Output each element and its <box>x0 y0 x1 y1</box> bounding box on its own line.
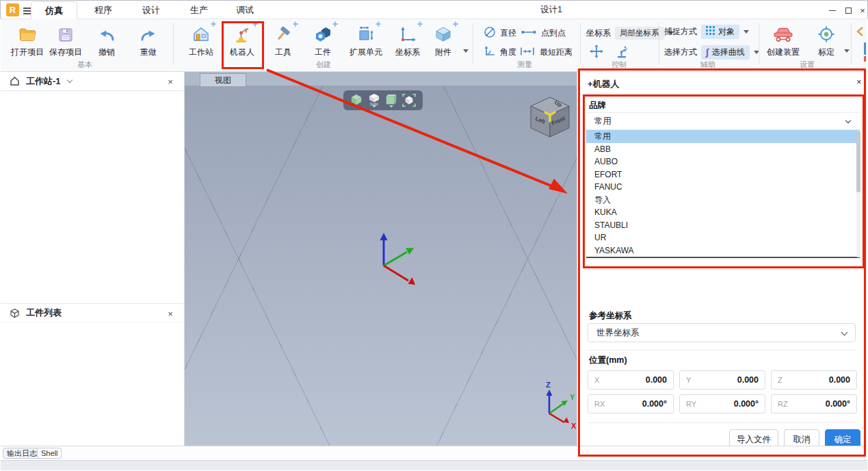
iso-view-button[interactable] <box>350 94 363 107</box>
workstation-tree-empty-area <box>1 91 184 303</box>
brand-list-scrollbar-thumb[interactable] <box>856 131 860 192</box>
create-extension-unit-button[interactable]: + 扩展单元 <box>345 22 387 59</box>
create-attachment-button[interactable]: + 附件 <box>426 22 460 59</box>
create-workpiece-button[interactable]: + 工件 <box>304 22 342 59</box>
viewport-3d[interactable]: 视图 Solid Up Left Front <box>185 72 577 446</box>
rotation-ry-input[interactable]: RY 0.000° <box>679 394 765 413</box>
ribbon-divider <box>659 23 659 64</box>
field-label: Y <box>686 376 691 384</box>
select-mode-select[interactable]: ∫ 选择曲线 <box>701 45 750 60</box>
snap-mode-dropdown-arrow[interactable] <box>744 30 749 34</box>
coord-system-select[interactable]: 局部坐标系 <box>615 27 664 40</box>
minimize-button[interactable] <box>826 3 839 17</box>
brand-list-item[interactable]: AUBO <box>586 155 860 168</box>
point-to-point-icon <box>521 28 537 38</box>
tab-design[interactable]: 设计 <box>129 1 173 19</box>
brand-select-value: 常用 <box>594 116 611 127</box>
workpiece-panel-close-button[interactable]: × <box>165 308 176 319</box>
coordinate-axes-icon: + <box>399 23 417 43</box>
ribbon-button-label: 工具 <box>275 47 291 58</box>
tab-label: 调试 <box>236 4 254 16</box>
edge-partial-icon <box>864 56 866 62</box>
viewport-tab-strip: 视图 <box>185 72 577 86</box>
create-device-button[interactable]: 创建装置 <box>763 22 804 59</box>
viewport-tab-view[interactable]: 视图 <box>200 73 246 86</box>
rotation-rz-input[interactable]: RZ 0.000° <box>771 394 857 413</box>
move-icon[interactable] <box>589 44 604 61</box>
ribbon-group-label-basic: 基本 <box>77 60 92 70</box>
caret-icon <box>354 105 358 107</box>
create-coordinate-button[interactable]: + 坐标系 <box>389 22 427 59</box>
create-tool-button[interactable]: + 工具 <box>264 22 302 59</box>
brand-select[interactable]: 常用 <box>586 113 860 130</box>
brand-list-item[interactable]: UR <box>586 231 860 244</box>
redo-button[interactable]: 重做 <box>129 22 168 59</box>
tab-program[interactable]: 程序 <box>81 1 125 19</box>
calibrate-dropdown-arrow[interactable] <box>844 49 850 53</box>
brand-list-item[interactable]: FANUC <box>586 181 860 194</box>
brand-list-item[interactable]: KUKA <box>586 206 860 219</box>
render-mode-button[interactable]: Solid <box>368 93 380 107</box>
save-project-button[interactable]: 保存项目 <box>46 22 86 59</box>
position-z-input[interactable]: Z 0.000 <box>771 370 857 390</box>
position-label: 位置(mm) <box>589 355 627 366</box>
tab-production[interactable]: 生产 <box>177 1 221 19</box>
ribbon-divider <box>580 23 581 64</box>
extension-unit-icon: + <box>357 23 375 43</box>
plus-badge-icon: + <box>252 18 258 29</box>
calibrate-button[interactable]: 标定 <box>811 22 841 59</box>
snap-mode-select[interactable]: 对象 <box>701 25 739 39</box>
rotation-rx-input[interactable]: RX 0.000° <box>588 394 674 413</box>
create-robot-button[interactable]: + 机器人 <box>223 22 261 59</box>
ribbon-button-label: 创建装置 <box>767 47 800 58</box>
field-value: 0.000 <box>646 375 667 385</box>
open-project-button[interactable]: 打开项目 <box>8 22 47 59</box>
fit-view-button[interactable] <box>402 94 416 107</box>
reference-coord-value: 世界坐标系 <box>596 327 640 339</box>
shaded-view-button[interactable] <box>385 94 397 107</box>
undo-button[interactable]: 撤销 <box>88 22 126 59</box>
position-x-input[interactable]: X 0.000 <box>588 370 674 390</box>
plus-badge-icon: + <box>211 18 216 29</box>
close-button[interactable]: × <box>856 3 868 17</box>
workstation-panel-close-button[interactable]: × <box>165 76 176 87</box>
attachment-dropdown-arrow[interactable] <box>463 49 469 53</box>
maximize-button[interactable] <box>841 3 855 17</box>
robot-jog-icon[interactable] <box>615 44 630 61</box>
shell-tab[interactable]: Shell <box>37 448 62 459</box>
divider <box>588 422 856 423</box>
snap-mode-value: 对象 <box>718 26 735 38</box>
brand-list-item[interactable]: 常用 <box>586 130 860 143</box>
position-y-input[interactable]: Y 0.000 <box>679 370 765 390</box>
reference-coord-label: 参考坐标系 <box>589 310 632 322</box>
world-origin-triad <box>366 231 428 286</box>
view-cube[interactable]: Up Left Front <box>527 94 573 140</box>
reference-coord-select[interactable]: 世界坐标系 <box>588 323 856 342</box>
brand-list-item[interactable]: ABB <box>586 143 860 156</box>
chevron-down-icon[interactable] <box>66 77 72 83</box>
axes-indicator: Z Y X <box>536 381 578 430</box>
measure-point-to-point-button[interactable]: 点到点 <box>521 26 566 40</box>
measure-diameter-button[interactable]: 直径 <box>484 26 516 40</box>
brand-list-item[interactable]: EFORT <box>586 168 860 181</box>
robot-create-panel: +机器人 × 品牌 常用 常用 ABB AUBO EFORT FANUC 导入 … <box>577 72 868 460</box>
create-workstation-button[interactable]: + 工作站 <box>182 22 220 59</box>
workstation-tree-panel: 工作站-1 × 工件列表 × <box>1 72 185 446</box>
ribbon-button-label: 保存项目 <box>49 47 82 58</box>
app-logo[interactable]: R <box>6 3 19 16</box>
brand-list-item[interactable]: STAUBLI <box>586 219 860 232</box>
brand-list-item[interactable]: YASKAWA <box>586 244 860 257</box>
collapse-chevron-icon[interactable] <box>856 26 864 37</box>
shortest-distance-icon <box>519 47 536 58</box>
axis-x-label: X <box>571 422 577 430</box>
tab-debug[interactable]: 调试 <box>223 1 267 19</box>
select-mode-value: 选择曲线 <box>712 47 745 58</box>
output-log-tab[interactable]: 输出日志 <box>3 448 41 459</box>
measure-shortest-distance-button[interactable]: 最短距离 <box>519 45 573 59</box>
measure-angle-button[interactable]: 角度 <box>484 45 516 59</box>
caret-icon <box>372 105 376 107</box>
brand-list-item[interactable]: 导入 <box>586 194 860 207</box>
panel-close-button[interactable]: × <box>856 77 862 87</box>
tab-simulation[interactable]: 仿真 <box>31 1 77 19</box>
ribbon-divider <box>173 23 174 64</box>
